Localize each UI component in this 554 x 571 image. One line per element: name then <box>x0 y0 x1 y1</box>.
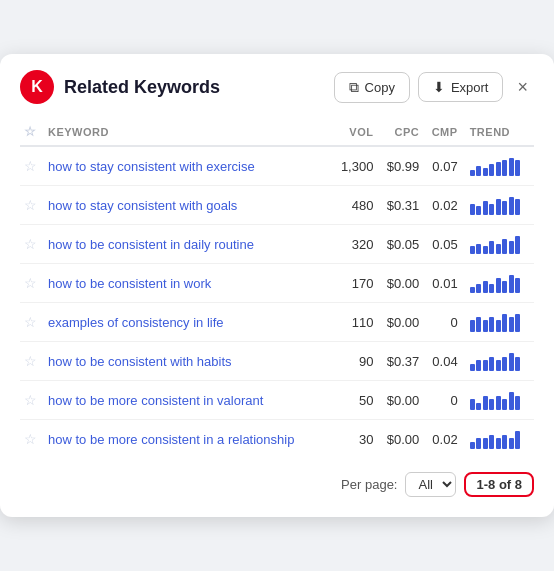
star-cell: ☆ <box>20 420 44 459</box>
trend-bar <box>470 429 522 449</box>
cmp-cell: 0 <box>423 303 461 342</box>
keyword-link[interactable]: how to be consistent in daily routine <box>48 237 254 252</box>
table-header-row: ☆ KEYWORD VOL CPC CMP TREND <box>20 118 534 146</box>
per-page-label: Per page: <box>341 477 397 492</box>
cmp-cell: 0.02 <box>423 420 461 459</box>
export-icon: ⬇ <box>433 79 445 95</box>
header-left: K Related Keywords <box>20 70 220 104</box>
cpc-cell: $0.00 <box>377 303 423 342</box>
trend-bar <box>470 195 522 215</box>
trend-cell <box>462 225 534 264</box>
header-actions: ⧉ Copy ⬇ Export × <box>334 72 534 103</box>
table-row: ☆how to be consistent in daily routine32… <box>20 225 534 264</box>
star-cell: ☆ <box>20 146 44 186</box>
favorite-star-icon[interactable]: ☆ <box>24 353 37 369</box>
star-cell: ☆ <box>20 186 44 225</box>
star-column-header: ☆ <box>20 118 44 146</box>
table-row: ☆how to be more consistent in a relation… <box>20 420 534 459</box>
trend-bar <box>470 312 522 332</box>
keyword-link[interactable]: examples of consistency in life <box>48 315 224 330</box>
trend-bar <box>470 234 522 254</box>
trend-bar <box>470 351 522 371</box>
copy-button[interactable]: ⧉ Copy <box>334 72 410 103</box>
cpc-cell: $0.00 <box>377 381 423 420</box>
cmp-cell: 0.04 <box>423 342 461 381</box>
keyword-cell: how to be consistent with habits <box>44 342 332 381</box>
star-header-icon: ☆ <box>24 124 37 139</box>
favorite-star-icon[interactable]: ☆ <box>24 314 37 330</box>
keyword-link[interactable]: how to stay consistent with goals <box>48 198 237 213</box>
vol-cell: 320 <box>332 225 378 264</box>
trend-cell <box>462 381 534 420</box>
copy-icon: ⧉ <box>349 79 359 96</box>
favorite-star-icon[interactable]: ☆ <box>24 236 37 252</box>
vol-column-header: VOL <box>332 118 378 146</box>
trend-bar <box>470 273 522 293</box>
trend-cell <box>462 264 534 303</box>
table-row: ☆how to be consistent with habits90$0.37… <box>20 342 534 381</box>
keywords-table: ☆ KEYWORD VOL CPC CMP TREND ☆how to stay… <box>20 118 534 458</box>
cpc-cell: $0.37 <box>377 342 423 381</box>
keyword-cell: how to be more consistent in valorant <box>44 381 332 420</box>
cmp-column-header: CMP <box>423 118 461 146</box>
cmp-cell: 0.02 <box>423 186 461 225</box>
vol-cell: 30 <box>332 420 378 459</box>
table-row: ☆how to be more consistent in valorant50… <box>20 381 534 420</box>
per-page-select[interactable]: All 10 25 50 <box>405 472 456 497</box>
vol-cell: 170 <box>332 264 378 303</box>
keyword-cell: examples of consistency in life <box>44 303 332 342</box>
page-info: 1-8 of 8 <box>464 472 534 497</box>
cpc-column-header: CPC <box>377 118 423 146</box>
vol-cell: 90 <box>332 342 378 381</box>
star-cell: ☆ <box>20 342 44 381</box>
star-cell: ☆ <box>20 264 44 303</box>
favorite-star-icon[interactable]: ☆ <box>24 197 37 213</box>
close-button[interactable]: × <box>511 75 534 100</box>
table-row: ☆how to stay consistent with goals480$0.… <box>20 186 534 225</box>
trend-cell <box>462 342 534 381</box>
keyword-link[interactable]: how to be more consistent in a relations… <box>48 432 294 447</box>
cpc-cell: $0.05 <box>377 225 423 264</box>
table-row: ☆how to stay consistent with exercise1,3… <box>20 146 534 186</box>
trend-cell <box>462 146 534 186</box>
trend-cell <box>462 303 534 342</box>
trend-cell <box>462 186 534 225</box>
keyword-cell: how to be consistent in work <box>44 264 332 303</box>
cmp-cell: 0 <box>423 381 461 420</box>
keyword-cell: how to be more consistent in a relations… <box>44 420 332 459</box>
keyword-column-header: KEYWORD <box>44 118 332 146</box>
keyword-cell: how to stay consistent with goals <box>44 186 332 225</box>
keyword-cell: how to stay consistent with exercise <box>44 146 332 186</box>
cmp-cell: 0.01 <box>423 264 461 303</box>
vol-cell: 1,300 <box>332 146 378 186</box>
keyword-link[interactable]: how to be more consistent in valorant <box>48 393 263 408</box>
cpc-cell: $0.99 <box>377 146 423 186</box>
cpc-cell: $0.00 <box>377 420 423 459</box>
vol-cell: 110 <box>332 303 378 342</box>
export-button[interactable]: ⬇ Export <box>418 72 504 102</box>
trend-bar <box>470 156 522 176</box>
favorite-star-icon[interactable]: ☆ <box>24 431 37 447</box>
keyword-link[interactable]: how to be consistent with habits <box>48 354 232 369</box>
trend-bar <box>470 390 522 410</box>
star-cell: ☆ <box>20 381 44 420</box>
favorite-star-icon[interactable]: ☆ <box>24 158 37 174</box>
keyword-cell: how to be consistent in daily routine <box>44 225 332 264</box>
keyword-link[interactable]: how to be consistent in work <box>48 276 211 291</box>
trend-column-header: TREND <box>462 118 534 146</box>
keyword-link[interactable]: how to stay consistent with exercise <box>48 159 255 174</box>
star-cell: ☆ <box>20 303 44 342</box>
favorite-star-icon[interactable]: ☆ <box>24 392 37 408</box>
vol-cell: 50 <box>332 381 378 420</box>
cpc-cell: $0.00 <box>377 264 423 303</box>
related-keywords-card: K Related Keywords ⧉ Copy ⬇ Export × ☆ <box>0 54 554 517</box>
page-title: Related Keywords <box>64 77 220 98</box>
star-cell: ☆ <box>20 225 44 264</box>
vol-cell: 480 <box>332 186 378 225</box>
cmp-cell: 0.05 <box>423 225 461 264</box>
cmp-cell: 0.07 <box>423 146 461 186</box>
cpc-cell: $0.31 <box>377 186 423 225</box>
trend-cell <box>462 420 534 459</box>
table-row: ☆examples of consistency in life110$0.00… <box>20 303 534 342</box>
favorite-star-icon[interactable]: ☆ <box>24 275 37 291</box>
